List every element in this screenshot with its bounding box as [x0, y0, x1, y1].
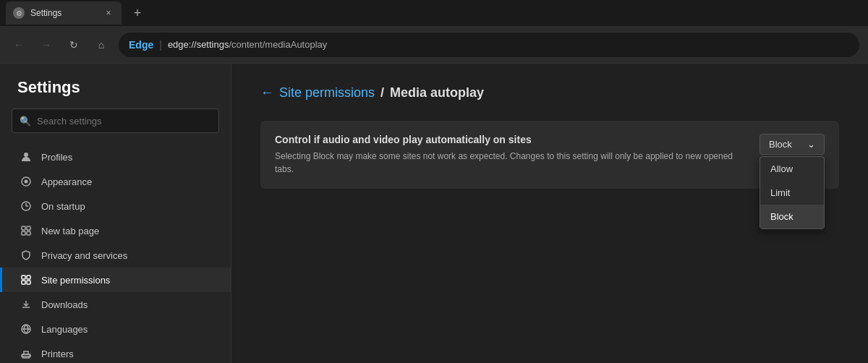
breadcrumb-current-page: Media autoplay: [390, 85, 484, 101]
svg-rect-13: [27, 281, 30, 284]
new-tab-button[interactable]: +: [127, 3, 148, 23]
address-highlight: edge://settings: [168, 39, 229, 50]
address-bar: ← → ↻ ⌂ Edge | edge://settings/content/m…: [0, 26, 868, 64]
refresh-button[interactable]: ↻: [64, 35, 84, 55]
sidebar-item-profiles-label: Profiles: [41, 152, 72, 163]
setting-card-description: Selecting Block may make some sites not …: [275, 150, 745, 176]
address-input[interactable]: Edge | edge://settings/content/mediaAuto…: [119, 33, 859, 57]
tab-favicon: ⚙: [13, 7, 25, 19]
breadcrumb-separator: /: [380, 85, 384, 101]
autoplay-dropdown-menu: Allow Limit Block: [760, 156, 825, 229]
downloads-icon: [20, 298, 33, 311]
sidebar-item-appearance-label: Appearance: [41, 176, 92, 187]
dropdown-option-block[interactable]: Block: [760, 205, 824, 229]
on-startup-icon: [20, 200, 33, 213]
autoplay-dropdown-wrap: Block ⌄ Allow Limit Block: [760, 134, 825, 155]
profiles-icon: [20, 150, 33, 163]
dropdown-option-allow[interactable]: Allow: [760, 157, 824, 181]
forward-button[interactable]: →: [36, 35, 56, 55]
printers-icon: [20, 347, 33, 360]
address-divider: |: [159, 39, 162, 51]
media-autoplay-card: Control if audio and video play automati…: [260, 121, 839, 189]
address-text: edge://settings/content/mediaAutoplay: [168, 39, 327, 50]
sidebar-item-new-tab-page-label: New tab page: [41, 226, 99, 236]
dropdown-option-limit[interactable]: Limit: [760, 181, 824, 205]
dropdown-chevron-icon: ⌄: [807, 139, 815, 150]
setting-card-title: Control if audio and video play automati…: [275, 134, 745, 145]
home-button[interactable]: ⌂: [91, 35, 111, 55]
appearance-icon: [20, 175, 33, 188]
settings-tab[interactable]: ⚙ Settings ×: [6, 1, 122, 25]
svg-rect-12: [22, 281, 25, 284]
privacy-icon: [20, 249, 33, 262]
svg-point-0: [24, 153, 28, 157]
site-permissions-icon: [20, 273, 33, 286]
svg-rect-8: [22, 231, 25, 235]
breadcrumb: ← Site permissions / Media autoplay: [260, 85, 839, 101]
new-tab-page-icon: [20, 224, 33, 237]
dropdown-selected-label: Block: [769, 139, 792, 150]
sidebar-item-downloads[interactable]: Downloads: [0, 292, 231, 317]
title-bar: ⚙ Settings × +: [0, 0, 868, 26]
sidebar-item-on-startup-label: On startup: [41, 201, 85, 212]
search-box[interactable]: 🔍: [12, 108, 219, 133]
main-layout: Settings 🔍 Profiles Appearance On startu…: [0, 64, 868, 363]
sidebar-item-printers-label: Printers: [41, 349, 74, 359]
sidebar-item-privacy[interactable]: Privacy and services: [0, 243, 231, 268]
breadcrumb-back-button[interactable]: ←: [260, 85, 273, 101]
tab-title: Settings: [30, 8, 97, 18]
search-input[interactable]: [37, 116, 211, 127]
svg-rect-6: [22, 226, 25, 230]
setting-card-text: Control if audio and video play automati…: [275, 134, 745, 176]
sidebar-item-appearance[interactable]: Appearance: [0, 169, 231, 194]
search-icon: 🔍: [20, 116, 31, 127]
sidebar-item-downloads-label: Downloads: [41, 299, 88, 310]
sidebar-item-new-tab-page[interactable]: New tab page: [0, 218, 231, 243]
content-area: ← Site permissions / Media autoplay Cont…: [231, 64, 868, 363]
languages-icon: [20, 323, 33, 336]
address-path: /content/mediaAutoplay: [229, 39, 327, 50]
edge-logo: Edge: [129, 39, 153, 51]
sidebar-item-on-startup[interactable]: On startup: [0, 194, 231, 218]
sidebar-item-languages-label: Languages: [41, 324, 88, 335]
tab-close-button[interactable]: ×: [103, 7, 114, 19]
sidebar-item-site-permissions[interactable]: Site permissions: [0, 268, 231, 292]
sidebar-item-languages[interactable]: Languages: [0, 317, 231, 341]
sidebar: Settings 🔍 Profiles Appearance On startu…: [0, 64, 231, 363]
svg-rect-9: [27, 231, 30, 235]
sidebar-title: Settings: [0, 78, 231, 108]
breadcrumb-parent-link[interactable]: Site permissions: [279, 85, 375, 101]
back-button[interactable]: ←: [9, 35, 29, 55]
svg-point-2: [25, 180, 28, 184]
svg-rect-10: [22, 276, 25, 279]
sidebar-item-printers[interactable]: Printers: [0, 341, 231, 363]
sidebar-item-profiles[interactable]: Profiles: [0, 145, 231, 169]
sidebar-item-privacy-label: Privacy and services: [41, 250, 127, 261]
autoplay-dropdown-trigger[interactable]: Block ⌄: [760, 134, 825, 155]
svg-rect-11: [27, 276, 30, 279]
sidebar-item-site-permissions-label: Site permissions: [41, 275, 110, 286]
svg-rect-7: [27, 226, 30, 230]
